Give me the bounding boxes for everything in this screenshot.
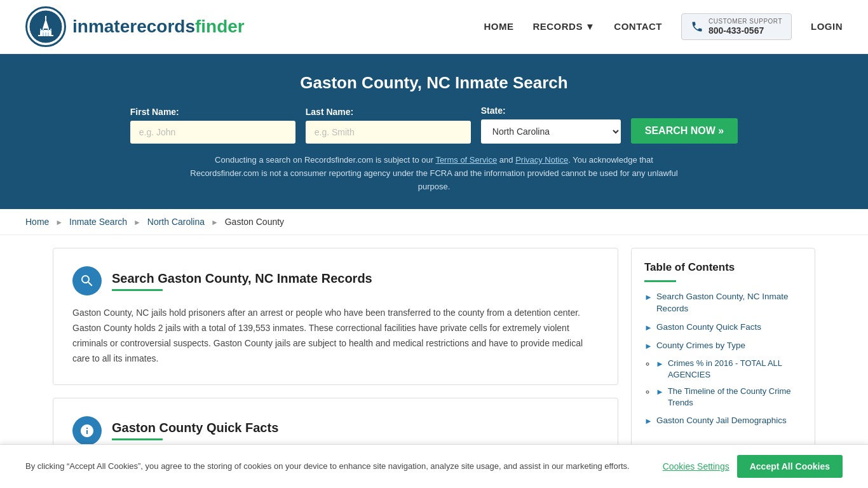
svg-rect-12	[50, 29, 51, 31]
last-name-label: Last Name:	[306, 107, 471, 117]
toc-sub-item-1: ► Crimes % in 2016 - TOTAL ALL AGENCIES	[656, 358, 802, 381]
logo-icon	[25, 6, 66, 47]
inmate-records-section: Search Gaston County, NC Inmate Records …	[53, 248, 618, 384]
first-name-input[interactable]	[130, 121, 295, 144]
cookies-settings-button[interactable]: Cookies Settings	[663, 455, 729, 478]
quick-facts-icon	[72, 416, 102, 445]
breadcrumb-sep-3: ►	[211, 218, 219, 227]
toc-arrow-2: ►	[644, 322, 653, 334]
svg-rect-10	[43, 29, 44, 31]
nav-records[interactable]: RECORDS ▼	[532, 21, 595, 32]
svg-rect-8	[48, 32, 49, 36]
search-section-icon	[72, 266, 102, 295]
toc-arrow-1: ►	[644, 292, 653, 303]
quick-facts-title: Gaston County Quick Facts	[112, 421, 278, 435]
breadcrumb-county: Gaston County	[225, 217, 284, 227]
info-icon	[79, 423, 95, 438]
quick-facts-title-wrap: Gaston County Quick Facts	[112, 421, 278, 440]
site-header: inmaterecordsfinder HOME RECORDS ▼ CONTA…	[0, 0, 868, 54]
toc-label-4: Gaston County Jail Demographics	[656, 415, 787, 427]
support-label: CUSTOMER SUPPORT	[709, 18, 782, 25]
privacy-link[interactable]: Privacy Notice	[515, 155, 568, 165]
phone-icon	[691, 20, 703, 33]
logo-main: inmaterecords	[72, 17, 195, 36]
section-title-wrap: Search Gaston County, NC Inmate Records	[112, 271, 372, 291]
toc-list: ► Search Gaston County, NC Inmate Record…	[644, 291, 802, 427]
search-hero-title: Gaston County, NC Inmate Search	[25, 73, 843, 93]
logo-text: inmaterecordsfinder	[72, 17, 245, 37]
toc-item-3: ► County Crimes by Type ► Crimes % in 20…	[644, 340, 802, 409]
svg-rect-4	[45, 16, 46, 20]
toc-label-2: Gaston County Quick Facts	[656, 322, 761, 334]
nav-login[interactable]: LOGIN	[811, 21, 843, 32]
toc-label-3: County Crimes by Type	[656, 340, 745, 352]
chevron-down-icon: ▼	[585, 21, 595, 32]
svg-rect-7	[45, 32, 46, 36]
toc-divider	[644, 280, 676, 282]
toc-arrow-3: ►	[644, 341, 653, 352]
toc-sub-arrow-2: ►	[656, 386, 664, 398]
support-text: CUSTOMER SUPPORT 800-433-0567	[709, 18, 782, 36]
state-select[interactable]: North Carolina Alabama Alaska Arizona Ca…	[481, 119, 621, 144]
last-name-group: Last Name:	[306, 107, 471, 144]
svg-rect-6	[43, 32, 44, 36]
search-now-button[interactable]: SEARCH NOW »	[631, 118, 738, 144]
toc-sub-list: ► Crimes % in 2016 - TOTAL ALL AGENCIES …	[644, 358, 802, 409]
breadcrumb-inmate-search[interactable]: Inmate Search	[69, 217, 127, 227]
toc-arrow-4: ►	[644, 416, 653, 427]
toc-sub-arrow-1: ►	[656, 358, 664, 370]
last-name-input[interactable]	[306, 121, 471, 144]
breadcrumb: Home ► Inmate Search ► North Carolina ► …	[0, 209, 868, 235]
breadcrumb-sep-2: ►	[133, 218, 141, 227]
nav-home[interactable]: HOME	[484, 21, 513, 32]
state-label: State:	[481, 105, 621, 116]
toc-sub-label-1: Crimes % in 2016 - TOTAL ALL AGENCIES	[668, 358, 802, 381]
section-header: Search Gaston County, NC Inmate Records	[72, 266, 599, 295]
toc-card: Table of Contents ► Search Gaston County…	[631, 248, 815, 447]
nav-contact[interactable]: CONTACT	[614, 21, 662, 32]
search-form: First Name: Last Name: State: North Caro…	[25, 105, 843, 144]
breadcrumb-sep-1: ►	[55, 218, 63, 227]
support-number: 800-433-0567	[709, 25, 782, 36]
customer-support-button[interactable]: CUSTOMER SUPPORT 800-433-0567	[681, 13, 792, 41]
toc-link-1[interactable]: ► Search Gaston County, NC Inmate Record…	[644, 291, 802, 315]
toc-item-1: ► Search Gaston County, NC Inmate Record…	[644, 291, 802, 315]
toc-link-3[interactable]: ► County Crimes by Type	[644, 340, 802, 352]
toc-item-4: ► Gaston County Jail Demographics	[644, 415, 802, 427]
toc-link-2[interactable]: ► Gaston County Quick Facts	[644, 322, 802, 334]
breadcrumb-state[interactable]: North Carolina	[147, 217, 205, 227]
toc-sub-link-2[interactable]: ► The Timeline of the County Crime Trend…	[656, 386, 802, 409]
magnifier-icon	[79, 273, 95, 288]
main-layout: Search Gaston County, NC Inmate Records …	[27, 248, 841, 468]
first-name-label: First Name:	[130, 107, 295, 117]
sidebar: Table of Contents ► Search Gaston County…	[631, 248, 815, 468]
quick-facts-underline	[112, 438, 163, 440]
breadcrumb-home[interactable]: Home	[25, 217, 49, 227]
toc-sub-item-2: ► The Timeline of the County Crime Trend…	[656, 386, 802, 409]
main-nav: HOME RECORDS ▼ CONTACT CUSTOMER SUPPORT …	[484, 13, 843, 41]
state-group: State: North Carolina Alabama Alaska Ari…	[481, 105, 621, 144]
main-section-title: Search Gaston County, NC Inmate Records	[112, 271, 372, 286]
cookie-banner: By clicking “Accept All Cookies”, you ag…	[0, 444, 868, 482]
content-area: Search Gaston County, NC Inmate Records …	[53, 248, 618, 468]
first-name-group: First Name:	[130, 107, 295, 144]
logo-finder: finder	[195, 17, 245, 36]
toc-item-2: ► Gaston County Quick Facts	[644, 322, 802, 334]
logo-area: inmaterecordsfinder	[25, 6, 245, 47]
toc-sub-label-2: The Timeline of the County Crime Trends	[668, 386, 802, 409]
toc-label-1: Search Gaston County, NC Inmate Records	[656, 291, 802, 315]
toc-link-4[interactable]: ► Gaston County Jail Demographics	[644, 415, 802, 427]
search-hero: Gaston County, NC Inmate Search First Na…	[0, 54, 868, 209]
cookie-text: By clicking “Accept All Cookies”, you ag…	[25, 460, 650, 473]
toc-title: Table of Contents	[644, 261, 802, 274]
toc-sub-link-1[interactable]: ► Crimes % in 2016 - TOTAL ALL AGENCIES	[656, 358, 802, 381]
search-disclaimer: Conducting a search on Recordsfinder.com…	[180, 154, 688, 193]
svg-rect-9	[40, 29, 41, 31]
quick-facts-header: Gaston County Quick Facts	[72, 416, 599, 445]
main-section-body: Gaston County, NC jails hold prisoners a…	[72, 306, 599, 366]
section-underline	[112, 289, 163, 291]
terms-link[interactable]: Terms of Service	[435, 155, 497, 165]
accept-all-cookies-button[interactable]: Accept All Cookies	[737, 455, 843, 478]
cookie-actions: Cookies Settings Accept All Cookies	[663, 455, 843, 478]
svg-rect-11	[48, 29, 49, 31]
